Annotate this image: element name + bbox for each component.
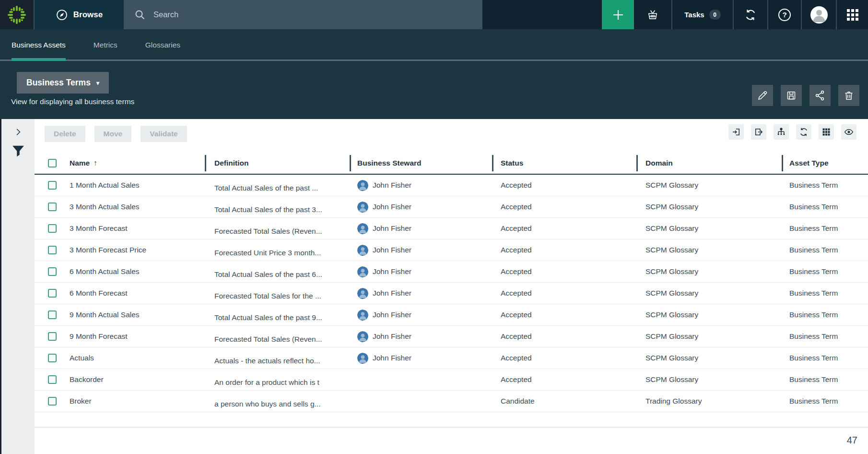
help-button[interactable]: ? (767, 0, 801, 29)
search-input[interactable] (153, 10, 460, 19)
definition-cell[interactable]: An order for a product which is t (205, 369, 350, 390)
collibra-logo[interactable] (0, 0, 34, 29)
sync-activities-button[interactable] (733, 0, 767, 29)
asset-type-value: Business Term (789, 224, 838, 233)
row-checkbox[interactable] (48, 203, 57, 211)
hierarchy-icon (776, 127, 786, 137)
asset-name-link[interactable]: 9 Month Forecast (70, 332, 128, 341)
share-view-button[interactable] (809, 85, 831, 106)
asset-name-link[interactable]: 3 Month Forecast Price (70, 246, 146, 254)
column-header-domain[interactable]: Domain (636, 153, 782, 174)
definition-cell[interactable]: Forecasted Total Sales (Reven... (205, 326, 350, 347)
asset-name-link[interactable]: Broker (70, 397, 92, 406)
status-cell: Accepted (492, 283, 636, 304)
row-checkbox[interactable] (48, 375, 57, 384)
expand-panel-chevron-icon[interactable] (13, 127, 23, 137)
move-button[interactable]: Move (94, 126, 132, 142)
row-checkbox[interactable] (48, 224, 57, 233)
definition-cell[interactable]: Forecasted Total Sales for the ... (205, 283, 350, 304)
edit-view-button[interactable] (752, 85, 773, 106)
tab-metrics[interactable]: Metrics (94, 29, 117, 61)
plus-icon (611, 8, 625, 22)
definition-cell[interactable]: Forecasted Unit Price 3 month... (205, 239, 350, 261)
steward-name[interactable]: John Fisher (373, 311, 411, 319)
row-checkbox[interactable] (48, 267, 57, 276)
preview-button[interactable] (841, 124, 856, 140)
domain-value[interactable]: SCPM Glossary (645, 311, 698, 319)
definition-cell[interactable]: a person who buys and sells g... (205, 391, 350, 412)
asset-name-link[interactable]: 9 Month Actual Sales (70, 311, 140, 319)
apps-menu-button[interactable] (836, 0, 868, 29)
asset-name-link[interactable]: 3 Month Forecast (70, 224, 128, 233)
delete-button[interactable]: Delete (45, 126, 85, 142)
domain-value[interactable]: Trading Glossary (645, 397, 702, 406)
validate-button[interactable]: Validate (141, 126, 187, 142)
tab-business-assets[interactable]: Business Assets (12, 29, 66, 61)
asset-name-link[interactable]: 6 Month Actual Sales (70, 267, 140, 276)
asset-name-link[interactable]: Backorder (70, 375, 104, 384)
tasks-button[interactable]: Tasks 0 (671, 0, 733, 29)
row-checkbox[interactable] (48, 289, 57, 298)
grid-view-button[interactable] (819, 124, 834, 140)
status-cell: Accepted (492, 218, 636, 239)
row-checkbox[interactable] (48, 332, 57, 341)
steward-name[interactable]: John Fisher (373, 332, 411, 341)
global-search[interactable] (124, 0, 482, 29)
domain-value[interactable]: SCPM Glossary (645, 332, 698, 341)
steward-cell: John Fisher (350, 283, 492, 304)
steward-name[interactable]: John Fisher (373, 224, 411, 233)
domain-value[interactable]: SCPM Glossary (645, 181, 698, 190)
domain-value[interactable]: SCPM Glossary (645, 203, 698, 211)
domain-value[interactable]: SCPM Glossary (645, 289, 698, 298)
row-checkbox[interactable] (48, 397, 57, 406)
definition-cell[interactable]: Actuals - the actuals reflect ho... (205, 347, 350, 369)
filter-funnel-icon[interactable] (11, 144, 25, 158)
domain-value[interactable]: SCPM Glossary (645, 267, 698, 276)
row-checkbox[interactable] (48, 354, 57, 362)
steward-name[interactable]: John Fisher (373, 246, 411, 254)
steward-name[interactable]: John Fisher (373, 203, 411, 211)
row-checkbox[interactable] (48, 311, 57, 319)
column-header-asset-type[interactable]: Asset Type (782, 153, 868, 174)
row-checkbox[interactable] (48, 246, 57, 254)
definition-cell[interactable]: Forecasted Total Sales (Reven... (205, 218, 350, 239)
import-button[interactable] (728, 124, 744, 140)
asset-name-link[interactable]: 6 Month Forecast (70, 289, 128, 298)
asset-name-link[interactable]: Actuals (70, 354, 94, 362)
column-header-status[interactable]: Status (492, 153, 636, 174)
steward-name[interactable]: John Fisher (373, 354, 411, 362)
asset-name-link[interactable]: 1 Month Actual Sales (70, 181, 140, 190)
save-view-button[interactable] (781, 85, 802, 106)
column-header-definition[interactable]: Definition (205, 153, 350, 174)
select-all-checkbox[interactable] (48, 159, 57, 167)
domain-cell: SCPM Glossary (636, 239, 782, 261)
asset-name-link[interactable]: 3 Month Actual Sales (70, 203, 140, 211)
column-header-name[interactable]: Name ↑ (60, 153, 205, 174)
create-asset-button[interactable] (602, 0, 634, 29)
column-header-business-steward[interactable]: Business Steward (350, 153, 492, 174)
tab-glossaries[interactable]: Glossaries (145, 29, 180, 61)
definition-cell[interactable]: Total Actual Sales of the past 6... (205, 261, 350, 282)
definition-cell[interactable]: Total Actual Sales of the past 9... (205, 304, 350, 325)
view-selector-dropdown[interactable]: Business Terms ▾ (17, 72, 109, 94)
user-menu-button[interactable] (801, 0, 836, 29)
definition-cell[interactable]: Total Actual Sales of the past 3... (205, 196, 350, 217)
steward-name[interactable]: John Fisher (373, 181, 411, 190)
delete-view-button[interactable] (838, 85, 859, 106)
domain-value[interactable]: SCPM Glossary (645, 375, 698, 384)
row-checkbox[interactable] (48, 181, 57, 190)
main-content: Delete Move Validate (35, 119, 868, 454)
data-basket-button[interactable] (634, 0, 671, 29)
domain-value[interactable]: SCPM Glossary (645, 224, 698, 233)
steward-cell: John Fisher (350, 326, 492, 347)
refresh-button[interactable] (796, 124, 811, 140)
hierarchy-view-button[interactable] (774, 124, 789, 140)
domain-value[interactable]: SCPM Glossary (645, 246, 698, 254)
browse-button[interactable]: Browse (34, 0, 124, 29)
steward-name[interactable]: John Fisher (373, 289, 411, 298)
export-button[interactable] (751, 124, 766, 140)
steward-name[interactable]: John Fisher (373, 267, 411, 276)
domain-value[interactable]: SCPM Glossary (645, 354, 698, 362)
definition-cell[interactable]: Total Actual Sales of the past ... (205, 175, 350, 196)
sort-ascending-icon[interactable]: ↑ (94, 159, 97, 167)
